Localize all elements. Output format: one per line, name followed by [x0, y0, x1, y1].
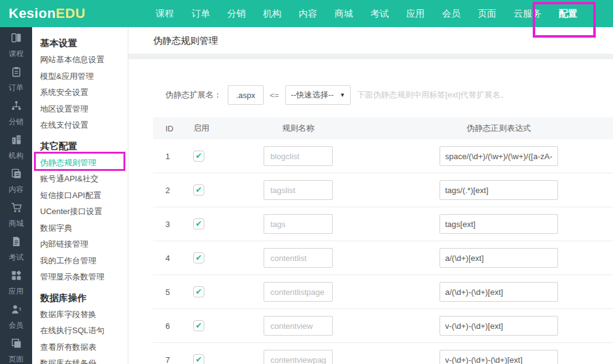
rule-regex-input[interactable] [440, 350, 558, 364]
rule-name-input[interactable] [264, 180, 333, 200]
rule-name-input[interactable] [264, 316, 333, 336]
grid-icon [10, 270, 22, 284]
enable-checkbox[interactable]: ✔ [193, 286, 204, 297]
nav-item-pages[interactable]: 页面 [478, 8, 496, 20]
rule-name-input[interactable] [264, 214, 333, 234]
rule-name-input[interactable] [264, 146, 333, 166]
nav-item-config[interactable]: 配置 [559, 8, 577, 20]
enable-checkbox[interactable]: ✔ [193, 320, 204, 331]
config-item-account-api[interactable]: 账号通API&社交 [40, 171, 128, 188]
nav-item-exams[interactable]: 考试 [370, 8, 389, 20]
config-item-db-backup[interactable]: 数据库在线备份 [40, 355, 128, 364]
config-item-ucenter[interactable]: UCenter接口设置 [40, 204, 128, 220]
user-icon [10, 304, 22, 318]
config-item-payment[interactable]: 在线支付设置 [40, 117, 128, 134]
nav-item-content[interactable]: 内容 [299, 8, 317, 20]
app-logo[interactable]: KesionEDU [9, 0, 85, 27]
nav-item-orders[interactable]: 订单 [191, 8, 210, 20]
sidebar-item-orders[interactable]: 订单 [0, 61, 32, 95]
config-item-region[interactable]: 地区设置管理 [40, 101, 128, 118]
config-item-site-info[interactable]: 网站基本信息设置 [40, 52, 128, 68]
enable-checkbox[interactable]: ✔ [193, 252, 204, 263]
extension-hint: 下面伪静态规则中用标签[ext]代替扩展名。 [357, 89, 509, 101]
enable-checkbox[interactable]: ✔ [193, 184, 204, 196]
book-icon [10, 32, 22, 46]
section-header-other-config: 其它配置 [40, 138, 128, 155]
section-header-database-ops: 数据库操作 [40, 289, 128, 307]
nav-item-courses[interactable]: 课程 [156, 8, 174, 20]
logo-text-primary: Kesion [9, 6, 56, 21]
enable-checkbox[interactable]: ✔ [193, 151, 204, 162]
module-sidebar: 课程 订单 分销 机构 内容 商城 考试 应用 会员 页面 [0, 27, 32, 364]
sidebar-item-apps[interactable]: 应用 [0, 265, 32, 299]
table-row: 7 ✔ [153, 343, 613, 364]
config-item-internal-links[interactable]: 内部链接管理 [40, 236, 128, 253]
cart-icon [10, 202, 22, 216]
sidebar-item-label: 内容 [9, 184, 23, 195]
config-item-data-dictionary[interactable]: 数据字典 [40, 220, 128, 237]
check-icon: ✔ [196, 186, 202, 194]
config-item-display-count[interactable]: 管理显示条数管理 [40, 269, 128, 286]
table-row: 4 ✔ [153, 241, 613, 275]
nav-item-apps[interactable]: 应用 [406, 8, 425, 20]
config-item-view-tables[interactable]: 查看所有数据表 [40, 339, 128, 356]
rule-regex-input[interactable] [440, 146, 558, 166]
nav-item-cloud[interactable]: 云服务 [514, 8, 541, 20]
document-icon [10, 236, 22, 250]
nav-item-members[interactable]: 会员 [442, 8, 461, 20]
sidebar-item-content[interactable]: 内容 [0, 163, 32, 197]
clipboard-icon [10, 66, 22, 80]
nav-item-organization[interactable]: 机构 [263, 8, 281, 20]
rule-regex-input[interactable] [440, 282, 558, 302]
rule-regex-input[interactable] [440, 316, 558, 336]
nav-item-distribution[interactable]: 分销 [227, 8, 246, 20]
check-icon: ✔ [196, 287, 202, 296]
rule-regex-input[interactable] [440, 248, 558, 268]
check-icon: ✔ [196, 355, 202, 363]
sidebar-item-courses[interactable]: 课程 [0, 27, 32, 61]
config-item-workbench[interactable]: 我的工作台管理 [40, 253, 128, 270]
sidebar-item-mall[interactable]: 商城 [0, 197, 32, 231]
rule-regex-input[interactable] [440, 214, 558, 234]
sitemap-icon [10, 100, 22, 114]
rule-name-input[interactable] [264, 282, 333, 302]
logo-text-accent: EDU [56, 6, 85, 21]
sidebar-item-label: 订单 [9, 83, 23, 93]
rule-name-input[interactable] [264, 350, 333, 364]
layers-icon [10, 337, 22, 352]
page-header: 伪静态规则管理 [128, 27, 613, 54]
rule-regex-input[interactable] [440, 180, 558, 200]
header-id: ID [153, 124, 187, 133]
enable-checkbox[interactable]: ✔ [193, 218, 204, 230]
sidebar-item-members[interactable]: 会员 [0, 299, 32, 333]
sidebar-item-organization[interactable]: 机构 [0, 129, 32, 163]
sidebar-item-label: 应用 [9, 286, 23, 297]
config-item-model-app[interactable]: 模型&应用管理 [40, 68, 128, 85]
sidebar-item-pages[interactable]: 页面 [0, 333, 32, 364]
sidebar-item-distribution[interactable]: 分销 [0, 95, 32, 129]
rule-id: 2 [153, 186, 187, 195]
extension-input[interactable] [228, 85, 264, 105]
rule-id: 5 [153, 287, 187, 297]
config-item-security[interactable]: 系统安全设置 [40, 85, 128, 101]
extension-label: 伪静态扩展名： [165, 89, 222, 101]
config-item-field-replace[interactable]: 数据库字段替换 [40, 307, 128, 323]
rule-name-input[interactable] [264, 248, 333, 268]
quick-select-dropdown[interactable]: --快速选择-- ▼ [285, 85, 351, 105]
check-icon: ✔ [196, 321, 202, 329]
table-row: 1 ✔ [153, 139, 613, 173]
building-icon [10, 134, 22, 148]
top-navbar: KesionEDU 课程 订单 分销 机构 内容 商城 考试 应用 会员 页面 … [0, 0, 613, 27]
nav-item-mall[interactable]: 商城 [335, 8, 353, 20]
sidebar-item-label: 课程 [9, 49, 23, 59]
content-panel: 伪静态扩展名： <= --快速选择-- ▼ 下面伪静态规则中用标签[ext]代替… [128, 59, 613, 364]
rewrite-rules-table: ID 启用 规则名称 伪静态正则表达式 1 ✔ 2 ✔ 3 ✔ [153, 117, 613, 364]
config-item-rewrite-rules[interactable]: 伪静态规则管理 [40, 155, 128, 172]
config-item-sms-api[interactable]: 短信接口API配置 [40, 188, 128, 204]
table-row: 2 ✔ [153, 173, 613, 207]
enable-checkbox[interactable]: ✔ [193, 354, 204, 364]
config-item-run-sql[interactable]: 在线执行SQL语句 [40, 323, 128, 339]
check-icon: ✔ [196, 254, 202, 262]
sidebar-item-exams[interactable]: 考试 [0, 231, 32, 265]
table-header-row: ID 启用 规则名称 伪静态正则表达式 [153, 117, 613, 139]
